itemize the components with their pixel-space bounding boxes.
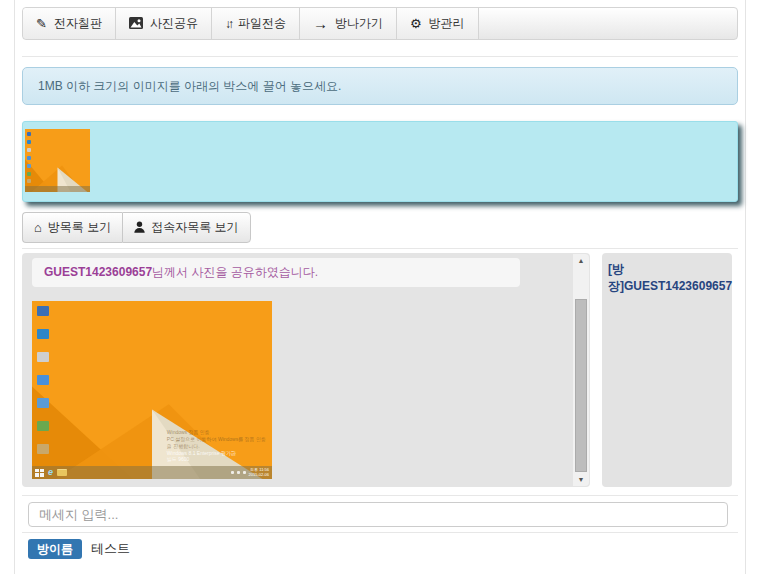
leave-room-button-label: 방나가기 (335, 15, 383, 32)
watermark-line: Windows 8.1 Enterprise 평가판 (167, 450, 266, 457)
image-dropzone[interactable] (22, 121, 738, 202)
desktop-taskbar: e 오후 11:56 2015-02-06 (32, 466, 272, 479)
drop-hint-alert: 1MB 이하 크기의 이미지를 아래의 박스에 끌어 놓으세요. (22, 67, 738, 105)
whiteboard-button-label: 전자칠판 (54, 15, 102, 32)
photo-share-button-label: 사진공유 (150, 15, 198, 32)
scrollbar-thumb[interactable] (575, 299, 587, 472)
room-info-row: 방이름 테스트 (28, 539, 738, 559)
tray-icon (231, 471, 234, 474)
internet-explorer-icon: e (48, 468, 53, 477)
divider (22, 56, 738, 57)
chat-scrollbar[interactable]: ▲ ▼ (573, 254, 589, 486)
desktop-icon (27, 179, 31, 183)
desktop-icon (27, 132, 31, 136)
room-manage-button-label: 방관리 (429, 15, 465, 32)
desktop-icon (27, 140, 31, 144)
message-input[interactable] (28, 502, 728, 527)
transfer-icon: ↓↑ (225, 18, 231, 30)
taskbar-clock: 오후 11:56 2015-02-06 (249, 468, 269, 478)
pencil-icon: ✎ (36, 17, 47, 30)
photo-share-button[interactable]: 사진공유 (116, 8, 212, 39)
scroll-up-arrow[interactable]: ▲ (573, 254, 589, 267)
desktop-icon (37, 444, 49, 454)
user-list-button-label: 접속자목록 보기 (151, 219, 238, 236)
file-transfer-button[interactable]: ↓↑ 파일전송 (212, 8, 300, 39)
shared-desktop-image[interactable]: Windows 정품 인증 PC 설정으로 이동하여 Windows를 정품 인… (32, 301, 272, 479)
user-list-button[interactable]: 접속자목록 보기 (122, 212, 250, 243)
watermark-line: 을 진행합니다. (167, 443, 266, 450)
chat-message-author: GUEST1423609657 (44, 265, 152, 279)
chat-message-area[interactable]: GUEST1423609657님께서 사진을 공유하였습니다. Windows … (22, 253, 590, 487)
dropped-image-thumbnail (25, 129, 90, 192)
room-page: ✎ 전자칠판 사진공유 ↓↑ 파일전송 → 방나가기 ⚙ 방관리 1MB 이하 … (14, 0, 746, 574)
desktop-icon (37, 421, 49, 431)
desktop-icon (27, 148, 31, 152)
windows-logo-icon (35, 469, 44, 477)
windows-watermark: Windows 정품 인증 PC 설정으로 이동하여 Windows를 정품 인… (167, 429, 266, 463)
desktop-icon (37, 375, 49, 385)
room-list-button-label: 방목록 보기 (48, 219, 111, 236)
chat-message-text: 님께서 사진을 공유하였습니다. (152, 265, 318, 279)
desktop-icon (37, 398, 49, 408)
desktop-icon (37, 329, 49, 339)
watermark-line: Windows 정품 인증 (167, 429, 266, 436)
chat-message: GUEST1423609657님께서 사진을 공유하였습니다. (32, 258, 520, 287)
desktop-icon (27, 164, 31, 168)
thumbnail-taskbar (25, 186, 90, 192)
watermark-line: PC 설정으로 이동하여 Windows를 정품 인증 (167, 436, 266, 443)
room-list-button[interactable]: ⌂ 방목록 보기 (22, 212, 122, 243)
arrow-right-icon: → (313, 16, 328, 31)
divider (22, 495, 738, 496)
desktop-icon (27, 156, 31, 160)
tray-icon (243, 471, 246, 474)
nav-button-group: ⌂ 방목록 보기 접속자목록 보기 (22, 212, 251, 243)
scroll-down-arrow[interactable]: ▼ (573, 473, 589, 486)
drop-hint-text: 1MB 이하 크기의 이미지를 아래의 박스에 끌어 놓으세요. (38, 78, 341, 95)
image-icon (129, 17, 143, 31)
folder-icon (57, 469, 67, 476)
participant-list: [방장]GUEST1423609657 (602, 253, 732, 487)
leave-room-button[interactable]: → 방나가기 (300, 8, 397, 39)
chat-row: GUEST1423609657님께서 사진을 공유하였습니다. Windows … (22, 253, 738, 487)
watermark-line: 빌드 9600 (167, 456, 266, 463)
desktop-icon (37, 352, 49, 362)
room-name-badge: 방이름 (28, 539, 82, 559)
top-toolbar: ✎ 전자칠판 사진공유 ↓↑ 파일전송 → 방나가기 ⚙ 방관리 (22, 7, 738, 40)
desktop-icon (37, 306, 49, 316)
divider (22, 532, 738, 533)
room-manage-button[interactable]: ⚙ 방관리 (397, 8, 479, 39)
gear-icon: ⚙ (410, 17, 422, 30)
divider (22, 248, 738, 249)
room-name-value: 테스트 (91, 540, 130, 558)
whiteboard-button[interactable]: ✎ 전자칠판 (23, 8, 116, 39)
home-icon: ⌂ (34, 221, 42, 234)
desktop-icon (27, 172, 31, 176)
tray-icon (237, 471, 240, 474)
file-transfer-button-label: 파일전송 (238, 15, 286, 32)
participant-item[interactable]: [방장]GUEST1423609657 (608, 261, 726, 295)
person-icon (134, 221, 145, 235)
system-tray: 오후 11:56 2015-02-06 (231, 468, 269, 478)
